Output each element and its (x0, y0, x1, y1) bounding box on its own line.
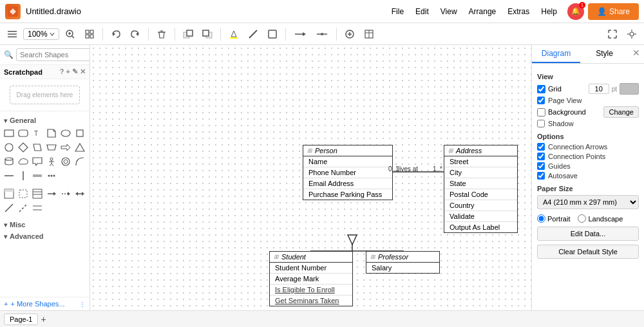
search-input[interactable] (16, 48, 90, 61)
redo-button[interactable] (127, 27, 144, 41)
menu-edit[interactable]: Edit (410, 6, 434, 17)
shape-arrow-right[interactable] (59, 141, 72, 154)
shape-vline[interactable] (17, 169, 30, 182)
entity-attr-link[interactable]: Get Seminars Taken (275, 297, 339, 304)
canvas[interactable]: ⊞ Person Name Phone Number Email Address… (90, 45, 531, 310)
entity-icon: ⊞ (370, 254, 375, 260)
landscape-label[interactable]: Landscape (578, 214, 623, 223)
undo-button[interactable] (108, 27, 124, 41)
shape-triangle[interactable] (73, 141, 86, 154)
fill-color-button[interactable] (225, 27, 242, 41)
guides-checkbox[interactable] (537, 162, 545, 170)
entity-attr-link[interactable]: Is Eligible To Enroll (275, 286, 335, 294)
menu-file[interactable]: File (386, 6, 409, 17)
add-page-button[interactable]: + (41, 314, 46, 324)
shape-process[interactable] (59, 155, 72, 168)
svg-text:T: T (34, 130, 38, 137)
waypoint-button[interactable] (312, 27, 332, 41)
entity-professor[interactable]: ⊞ Professor Salary (366, 251, 440, 274)
shape-container[interactable] (17, 187, 30, 200)
background-checkbox[interactable] (537, 108, 545, 117)
line-color-button[interactable] (245, 27, 261, 41)
edit-data-button[interactable]: Edit Data... (537, 227, 639, 241)
shape-square[interactable] (73, 127, 86, 140)
scratchpad-edit-icon[interactable]: ✎ (72, 68, 78, 76)
grid-checkbox[interactable] (537, 85, 545, 93)
portrait-radio[interactable] (537, 214, 545, 223)
shape-trapezoid[interactable] (45, 141, 58, 154)
page-view-checkbox[interactable] (537, 97, 545, 104)
insert-button[interactable] (341, 27, 358, 41)
right-panel-close-button[interactable]: ✕ (629, 45, 644, 63)
more-shapes-button[interactable]: + + More Shapes... ⋮ (0, 297, 90, 310)
shape-circle[interactable] (3, 141, 15, 154)
table-button[interactable] (361, 27, 377, 41)
shape-frame[interactable] (3, 187, 15, 200)
arrow-style-button[interactable] (290, 27, 310, 41)
more-shapes-menu-icon[interactable]: ⋮ (79, 301, 86, 308)
shape-actor[interactable] (45, 155, 58, 168)
section-advanced[interactable]: Advanced (3, 230, 87, 241)
shape-diagonal[interactable] (3, 201, 15, 214)
zoom-fit-button[interactable] (81, 27, 98, 41)
shape-arrow2[interactable] (59, 187, 72, 200)
shape-text[interactable]: T (31, 127, 44, 140)
section-misc[interactable]: Misc (3, 218, 87, 230)
clear-default-style-button[interactable]: Clear Default Style (537, 245, 639, 259)
grid-color-picker[interactable] (620, 83, 639, 95)
edit-view-button[interactable] (623, 27, 640, 41)
shape-arrow1[interactable] (45, 187, 58, 200)
fullscreen-button[interactable] (604, 27, 621, 41)
shape-list[interactable] (31, 187, 44, 200)
menu-extras[interactable]: Extras (502, 6, 535, 17)
shape-hbar[interactable] (31, 169, 44, 182)
landscape-radio[interactable] (578, 214, 586, 223)
autosave-checkbox[interactable] (537, 172, 545, 180)
shape-callout[interactable] (31, 155, 44, 168)
entity-student[interactable]: ⊞ Student Student Number Average Mark Is… (269, 251, 353, 306)
shape-line-angled[interactable] (17, 201, 30, 214)
tab-style[interactable]: Style (580, 45, 629, 63)
entity-person[interactable]: ⊞ Person Name Phone Number Email Address… (303, 145, 393, 200)
shape-hline[interactable] (3, 169, 15, 182)
portrait-label[interactable]: Portrait (537, 214, 570, 223)
connection-arrows-checkbox[interactable] (537, 143, 545, 151)
paper-size-select[interactable]: A4 (210 mm x 297 mm)A3LetterLegalCustom (537, 195, 639, 209)
shape-bidirectional[interactable] (73, 187, 86, 200)
scratchpad-help-icon[interactable]: ? (60, 68, 64, 76)
zoom-in-button[interactable] (62, 27, 79, 41)
shape-rect[interactable] (3, 127, 15, 140)
grid-value-input[interactable] (589, 84, 609, 94)
toggle-sidebar-button[interactable] (4, 27, 21, 41)
menu-view[interactable]: View (435, 6, 462, 17)
shape-cloud[interactable] (17, 155, 30, 168)
shape-line-h[interactable] (31, 201, 44, 214)
scratchpad-add-icon[interactable]: + (66, 68, 70, 76)
shape-cylinder[interactable] (3, 155, 15, 168)
shape-style-button[interactable] (264, 27, 281, 41)
to-front-button[interactable] (180, 27, 196, 41)
notification-button[interactable]: 🔔 1 (567, 3, 584, 20)
scratchpad-close-icon[interactable]: ✕ (80, 68, 86, 76)
shape-note[interactable] (45, 127, 58, 140)
zoom-control[interactable]: 100% (23, 28, 59, 40)
shape-dots[interactable] (45, 169, 58, 182)
shape-rounded-rect[interactable] (17, 127, 30, 140)
entity-attr: Postal Code (444, 189, 517, 200)
menu-help[interactable]: Help (536, 6, 562, 17)
menu-arrange[interactable]: Arrange (464, 6, 502, 17)
shape-diamond[interactable] (17, 141, 30, 154)
tab-diagram[interactable]: Diagram (532, 45, 580, 63)
page-tab-page1[interactable]: Page-1 (4, 313, 38, 325)
shape-parallelogram[interactable] (31, 141, 44, 154)
to-back-button[interactable] (199, 27, 216, 41)
shape-arc[interactable] (73, 155, 86, 168)
change-button[interactable]: Change (603, 106, 639, 118)
delete-button[interactable] (153, 27, 170, 41)
section-general[interactable]: General (3, 114, 87, 126)
shape-ellipse[interactable] (59, 127, 72, 140)
entity-address[interactable]: ⊞ Address Street City State Postal Code … (444, 145, 518, 233)
connection-points-checkbox[interactable] (537, 153, 545, 160)
share-button[interactable]: 👤 Share (588, 3, 639, 20)
shadow-checkbox[interactable] (537, 120, 545, 127)
